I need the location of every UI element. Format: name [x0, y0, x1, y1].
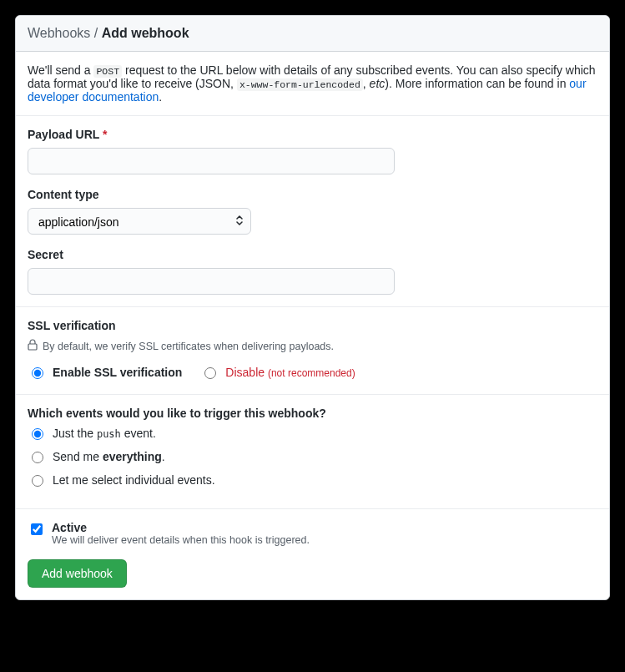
content-type-group: Content type application/json: [28, 188, 597, 235]
intro-code-urlencoded: x-www-form-urlencoded: [237, 78, 363, 91]
ssl-note: By default, we verify SSL certificates w…: [28, 339, 597, 353]
active-row: Active We will deliver event details whe…: [28, 521, 597, 546]
ssl-section: SSL verification By default, we verify S…: [16, 307, 609, 395]
event-option-everything: Send me everything.: [28, 450, 597, 463]
payload-url-group: Payload URL *: [28, 128, 597, 174]
add-webhook-button[interactable]: Add webhook: [28, 559, 127, 588]
intro-section: We'll send a POST request to the URL bel…: [16, 52, 609, 116]
event-option-individual: Let me select individual events.: [28, 473, 597, 487]
event-individual-label[interactable]: Let me select individual events.: [53, 473, 215, 487]
ssl-enable-radio[interactable]: [32, 367, 43, 379]
content-type-label: Content type: [28, 188, 597, 201]
events-section: Which events would you like to trigger t…: [16, 395, 609, 509]
event-text: Just the: [53, 427, 97, 440]
intro-text: We'll send a: [28, 63, 93, 77]
event-text: Send me: [53, 450, 103, 463]
ssl-heading: SSL verification: [28, 319, 597, 332]
page-title: Add webhook: [102, 26, 189, 40]
ssl-enable-option: Enable SSL verification: [28, 365, 182, 379]
secret-label: Secret: [28, 248, 597, 261]
events-heading: Which events would you like to trigger t…: [28, 407, 597, 420]
breadcrumb: Webhooks /: [28, 26, 102, 40]
ssl-note-text: By default, we verify SSL certificates w…: [43, 341, 334, 352]
event-code-push: push: [97, 428, 121, 440]
intro-text: ). More information can be found in: [385, 77, 569, 90]
ssl-options: Enable SSL verification Disable (not rec…: [28, 365, 597, 382]
label-text: Payload URL: [28, 128, 99, 141]
ssl-disable-text: Disable: [225, 366, 265, 379]
intro-etc: etc: [370, 77, 386, 90]
fields-section: Payload URL * Content type application/j…: [16, 116, 609, 307]
event-push-label[interactable]: Just the push event.: [53, 427, 156, 440]
ssl-disable-radio[interactable]: [204, 367, 216, 379]
payload-url-label: Payload URL *: [28, 128, 597, 141]
event-text: event.: [121, 427, 156, 440]
active-checkbox[interactable]: [31, 523, 43, 535]
active-col: Active We will deliver event details whe…: [52, 521, 310, 546]
active-label[interactable]: Active: [52, 521, 310, 534]
event-individual-radio[interactable]: [32, 475, 43, 487]
event-text: .: [162, 450, 165, 463]
event-strong: everything: [103, 450, 162, 463]
lock-icon: [28, 339, 38, 353]
secret-group: Secret: [28, 248, 597, 295]
ssl-disable-warn: (not recommended): [268, 367, 355, 379]
ssl-disable-option: Disable (not recommended): [200, 365, 355, 379]
event-option-push: Just the push event.: [28, 427, 597, 440]
submit-section: Active We will deliver event details whe…: [16, 509, 609, 599]
event-everything-radio[interactable]: [32, 452, 43, 463]
active-desc: We will deliver event details when this …: [52, 534, 310, 546]
intro-text: ,: [363, 77, 370, 90]
ssl-disable-label[interactable]: Disable (not recommended): [225, 366, 355, 379]
content-type-select[interactable]: application/json: [28, 208, 251, 235]
payload-url-input[interactable]: [28, 148, 395, 174]
ssl-enable-label[interactable]: Enable SSL verification: [53, 366, 182, 379]
content-type-select-wrap: application/json: [28, 208, 251, 235]
panel-header: Webhooks / Add webhook: [16, 16, 609, 52]
event-push-radio[interactable]: [32, 428, 43, 440]
webhook-panel: Webhooks / Add webhook We'll send a POST…: [15, 15, 610, 600]
event-everything-label[interactable]: Send me everything.: [53, 450, 165, 463]
intro-text: .: [159, 90, 162, 104]
required-mark: *: [103, 128, 107, 141]
intro-code-post: POST: [93, 65, 122, 78]
secret-input[interactable]: [28, 268, 395, 295]
